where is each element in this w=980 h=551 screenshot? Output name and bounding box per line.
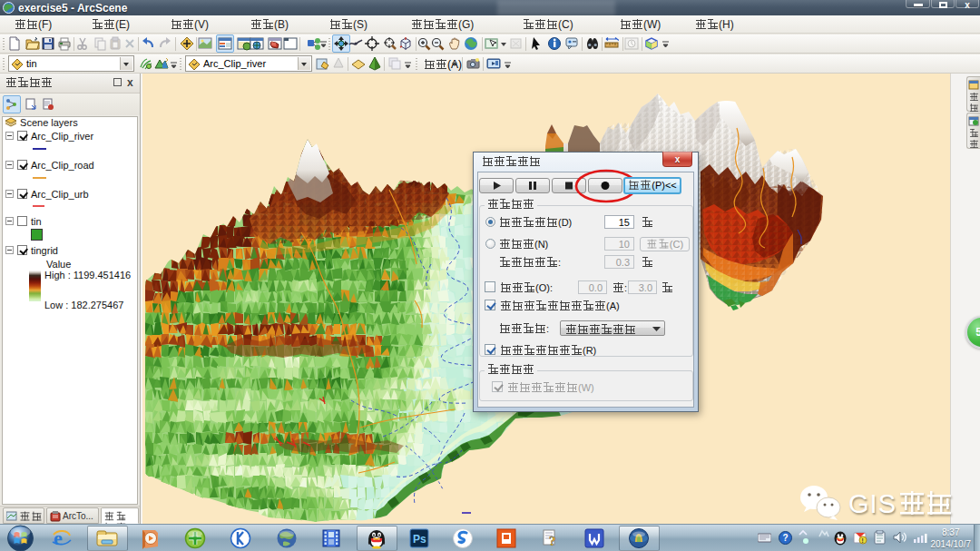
svg-text:?: ?: [549, 534, 556, 548]
svg-text:!: !: [862, 537, 864, 544]
svg-text:Ps: Ps: [413, 533, 426, 546]
svg-text:?: ?: [783, 533, 789, 543]
